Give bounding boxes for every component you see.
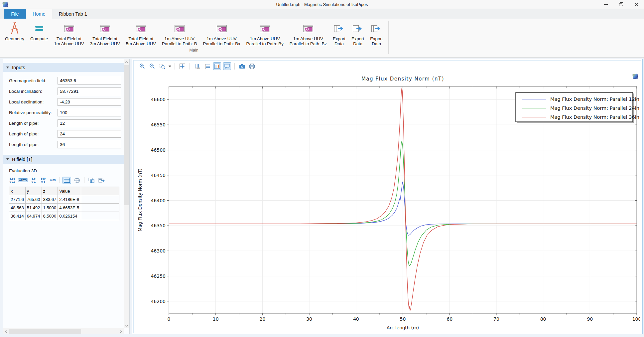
scientific-notation-button[interactable]: 8.5 e-1 [30,177,38,184]
copy-table-button[interactable] [87,177,96,184]
horizontal-scroll-thumb[interactable] [9,329,81,334]
parallel-path-b-button[interactable]: 1m Above UUV Parallel to Path: B [159,20,200,47]
scroll-right-button[interactable] [118,328,124,334]
table-row[interactable]: 2771.6 765.60 383.67 2.4186E-8 [9,195,119,204]
scroll-track[interactable] [81,328,118,334]
cell: 48.563 [9,204,26,212]
plot-window-icon [259,21,271,36]
ribbon-group-main: Geometry Compute [0,19,386,57]
svg-text:10: 10 [213,316,219,322]
table-view-button[interactable] [63,177,71,184]
col-header-z: z [42,187,58,195]
ribbon-button-label: Total Field at 5m Above UUV [126,36,156,46]
zoom-out-button[interactable] [148,62,156,70]
bfield-section-header[interactable]: B field [T] [3,155,124,164]
svg-text:Arc length (m): Arc length (m) [387,325,419,330]
export-table-button[interactable] [97,177,106,184]
chevron-left-icon [5,330,7,333]
inputs-section-header[interactable]: Inputs [3,63,124,72]
pipe-length-24-input[interactable] [58,130,121,138]
printer-icon [249,64,255,69]
scroll-up-button[interactable] [124,59,129,65]
globe-button[interactable] [73,177,81,184]
ribbon-group-label: Main [2,47,386,54]
svg-text:46450: 46450 [151,173,166,178]
parallel-path-by-button[interactable]: 1m Above UUV Parallel to Path: By [243,20,287,47]
image-snapshot-button[interactable] [238,62,246,70]
export-data-icon [370,21,382,36]
geomagnetic-field-input[interactable] [58,77,121,84]
export-data-button-2[interactable]: Export Data [348,20,367,47]
x-axis-grid-button[interactable] [193,62,201,70]
scroll-down-button[interactable] [124,323,129,328]
plot-window-icon [216,21,227,36]
form-row: Length of pipe: [9,139,121,150]
field-label: Geomagnetic field: [9,78,58,83]
cell: 51.492 [25,204,42,212]
local-declination-input[interactable] [58,98,121,106]
tooltip-bubble-icon [224,64,230,69]
auto-notation-button[interactable]: AUTO [18,178,28,183]
cell-empty [81,212,119,220]
ribbon-button-label: 1m Above UUV Parallel to Path: Bz [290,36,327,46]
plot-canvas[interactable]: 0102030405060708090100462004625046300463… [134,72,641,333]
ribbon-button-label: Export Data [351,36,364,46]
zoom-in-icon [139,63,145,69]
ribbon-button-label: 1m Above UUV Parallel to Path: Bx [203,36,240,46]
copy-table-icon [88,178,94,183]
zoom-box-button[interactable] [158,62,166,70]
col-header-value: Value [58,187,81,195]
total-field-3m-button[interactable]: Total Field at 3m Above UUV [87,20,123,47]
pipe-length-36-input[interactable] [58,141,121,148]
horizontal-scrollbar[interactable] [3,328,124,334]
export-data-button-1[interactable]: Export Data [330,20,348,47]
field-label: Length of pipe: [9,142,58,147]
table-row[interactable]: 48.563 51.492 1.5000 4.6653E-5 [9,204,119,212]
toolbar-separator [190,63,190,70]
svg-text:40: 40 [353,316,359,322]
vertical-scrollbar[interactable] [124,59,129,328]
zoom-in-button[interactable] [138,62,146,70]
form-row: Local declination: [9,96,121,107]
export-data-button-3[interactable]: Export Data [367,20,386,47]
tooltip-toggle-button[interactable] [223,62,231,70]
engineering-notation-button[interactable]: 850 e-3 [39,177,47,184]
settings-panel: Inputs Geomagnetic field: Local inclinat… [3,59,130,334]
ribbon: Geometry Compute [0,19,644,58]
total-field-1m-button[interactable]: Total Field at 1m Above UUV [51,20,87,47]
pipe-length-12-input[interactable] [58,119,121,127]
scroll-left-button[interactable] [3,328,9,334]
table-header-row: x y z Value [9,187,119,195]
decimal-notation-button[interactable]: 0.85 [49,178,57,183]
form-row: Length of pipe: [9,128,121,139]
full-precision-button[interactable]: 8.85 e-12 [8,177,16,184]
parallel-path-bx-button[interactable]: 1m Above UUV Parallel to Path: Bx [200,20,243,47]
tab-ribbon-1[interactable]: Ribbon Tab 1 [52,9,94,19]
y-axis-grid-button[interactable] [203,62,211,70]
svg-text:46550: 46550 [151,122,166,127]
cell: 6.5000 [42,212,58,220]
relative-permeability-input[interactable] [58,109,121,116]
chevron-down-icon [125,325,128,327]
form-row: Geomagnetic field: [9,75,121,86]
toolbar-separator [84,177,84,183]
parallel-path-bz-button[interactable]: 1m Above UUV Parallel to Path: Bz [287,20,330,47]
camera-icon [239,64,245,69]
vertical-scroll-thumb[interactable] [124,65,129,205]
tab-file[interactable]: File [4,9,26,19]
cell-empty [81,204,119,212]
svg-text:30: 30 [306,316,312,322]
print-button[interactable] [248,62,256,70]
zoom-extents-button[interactable] [178,62,186,70]
total-field-5m-button[interactable]: Total Field at 5m Above UUV [123,20,159,47]
compute-button[interactable]: Compute [27,20,51,42]
tab-home[interactable]: Home [26,9,52,19]
ribbon-button-label: Compute [30,36,48,41]
zoom-dropdown-caret-icon[interactable] [169,66,171,67]
col-header-empty [81,187,119,195]
legend-toggle-button[interactable] [213,62,221,70]
local-inclination-input[interactable] [58,87,121,95]
svg-text:46400: 46400 [151,198,166,203]
table-row[interactable]: 36.414 64.974 6.5000 0.026154 [9,212,119,220]
geometry-button[interactable]: Geometry [2,20,27,42]
